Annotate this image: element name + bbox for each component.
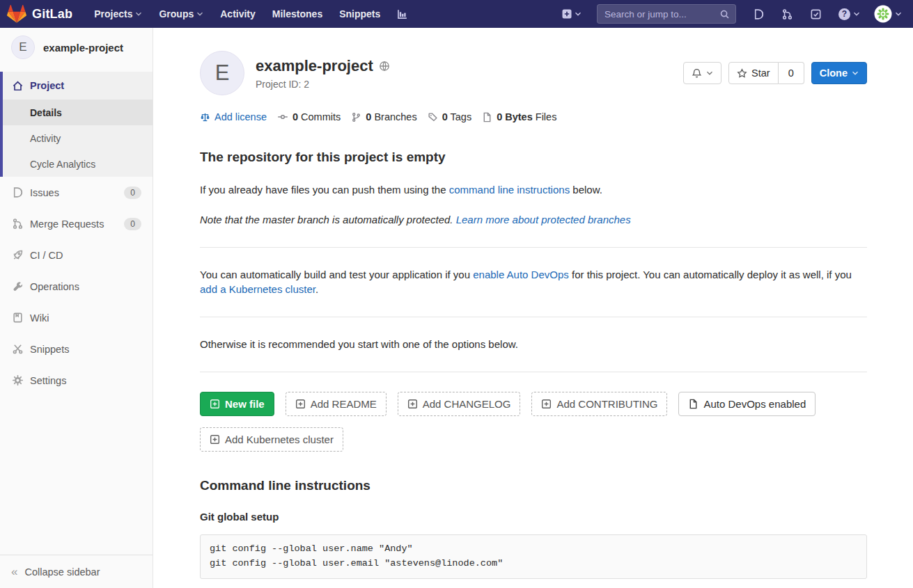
chevron-down-icon <box>196 12 203 17</box>
collapse-sidebar-button[interactable]: « Collapse sidebar <box>0 555 153 588</box>
sidebar-item-label: Project <box>30 80 64 91</box>
nav-groups[interactable]: Groups <box>151 0 211 28</box>
project-sidebar: E example-project Project Details Activi… <box>0 28 153 588</box>
add-changelog-button[interactable]: Add CHANGELOG <box>398 392 521 416</box>
sidebar-item-label: CI / CD <box>30 250 63 261</box>
collapse-sidebar-label: Collapse sidebar <box>24 566 100 578</box>
star-button[interactable]: Star <box>728 62 779 84</box>
auto-devops-text: You can automatically build and test you… <box>200 267 867 298</box>
issues-icon[interactable] <box>746 0 772 28</box>
protected-branches-link[interactable]: Learn more about protected branches <box>456 214 631 225</box>
plus-square-icon <box>407 399 418 409</box>
sidebar-item-details[interactable]: Details <box>3 100 153 125</box>
add-kubernetes-cluster-link[interactable]: add a Kubernetes cluster <box>200 283 315 295</box>
auto-devops-enabled-button[interactable]: Auto DevOps enabled <box>678 392 816 416</box>
project-avatar: E <box>200 51 244 95</box>
user-menu[interactable] <box>870 5 902 23</box>
search-input[interactable] <box>603 8 719 20</box>
todos-icon[interactable] <box>803 0 829 28</box>
project-title: example-project <box>256 57 373 75</box>
nav-activity[interactable]: Activity <box>212 0 263 28</box>
command-line-instructions-link[interactable]: command line instructions <box>449 184 570 196</box>
public-globe-icon <box>379 61 390 72</box>
sidebar-item-settings[interactable]: Settings <box>0 365 153 396</box>
add-readme-button[interactable]: Add README <box>286 392 387 416</box>
project-stats: Add license 0 Commits 0 Branches <box>200 111 867 122</box>
clone-button[interactable]: Clone <box>811 62 867 84</box>
nav-milestones[interactable]: Milestones <box>265 0 330 28</box>
star-count[interactable]: 0 <box>779 62 804 84</box>
sidebar-item-operations[interactable]: Operations <box>0 271 153 302</box>
sidebar-project-context[interactable]: E example-project <box>0 28 153 67</box>
chevron-down-icon <box>706 71 713 76</box>
search-icon <box>719 9 730 19</box>
help-menu[interactable]: ? <box>832 0 867 28</box>
sidebar-item-ci-cd[interactable]: CI / CD <box>0 239 153 271</box>
home-icon <box>11 79 24 92</box>
repo-actions-row-1: New file Add README Add CHANGELOG <box>200 392 867 416</box>
charts-icon[interactable] <box>389 0 415 28</box>
empty-repo-heading: The repository for this project is empty <box>200 150 867 165</box>
files-stat[interactable]: 0 Bytes Files <box>482 111 556 122</box>
enable-auto-devops-link[interactable]: enable Auto DevOps <box>473 269 569 280</box>
otherwise-text: Otherwise it is recommended you start wi… <box>200 337 867 352</box>
sidebar-item-activity[interactable]: Activity <box>3 125 153 151</box>
repo-actions-row-2: Add Kubernetes cluster <box>200 427 867 452</box>
divider <box>200 247 867 248</box>
add-kubernetes-cluster-button[interactable]: Add Kubernetes cluster <box>200 427 343 452</box>
new-file-button[interactable]: New file <box>200 392 274 416</box>
chevron-down-icon <box>853 12 860 17</box>
divider <box>200 372 867 372</box>
sidebar-item-merge-requests[interactable]: Merge Requests 0 <box>0 208 153 239</box>
cli-heading: Command line instructions <box>200 478 867 493</box>
issues-count-badge: 0 <box>124 186 141 199</box>
git-global-setup-heading: Git global setup <box>200 511 867 523</box>
angle-double-left-icon: « <box>11 566 17 578</box>
chevron-down-icon <box>852 71 859 76</box>
issues-icon <box>11 186 24 199</box>
nav-projects[interactable]: Projects <box>86 0 150 28</box>
commits-stat[interactable]: 0 Commits <box>277 111 341 122</box>
gitlab-logo[interactable]: GitLab <box>7 4 72 24</box>
plus-square-icon <box>295 399 306 409</box>
sidebar-item-issues[interactable]: Issues 0 <box>0 177 153 208</box>
nav-snippets[interactable]: Snippets <box>331 0 388 28</box>
git-global-setup-code: git config --global user.name "Andy" git… <box>200 534 867 579</box>
notifications-button[interactable] <box>683 62 721 84</box>
plus-square-icon <box>561 8 572 19</box>
sidebar-item-project[interactable]: Project <box>3 72 153 100</box>
add-contributing-button[interactable]: Add CONTRIBUTING <box>531 392 667 416</box>
project-avatar-small: E <box>11 35 35 59</box>
sidebar-item-label: Operations <box>30 281 79 292</box>
branches-stat[interactable]: 0 Branches <box>351 111 416 122</box>
chevron-down-icon <box>135 12 142 17</box>
plus-square-icon <box>210 434 220 445</box>
file-icon <box>688 399 699 409</box>
protected-branch-note: Note that the master branch is automatic… <box>200 212 867 228</box>
sidebar-section-project: Project Details Activity Cycle Analytics <box>0 72 153 177</box>
sidebar-project-name: example-project <box>43 42 123 54</box>
sidebar-item-cycle-analytics[interactable]: Cycle Analytics <box>3 151 153 177</box>
sidebar-item-label: Snippets <box>30 344 69 355</box>
merge-request-icon[interactable] <box>774 0 800 28</box>
sidebar-item-wiki[interactable]: Wiki <box>0 302 153 333</box>
plus-square-icon <box>541 399 552 409</box>
push-instructions-text: If you already have files you can push t… <box>200 182 867 198</box>
project-header: E example-project Project ID: 2 <box>200 51 867 95</box>
project-id: Project ID: 2 <box>256 79 390 90</box>
chevron-down-icon <box>895 12 902 17</box>
add-license-link[interactable]: Add license <box>200 111 267 122</box>
help-icon: ? <box>838 8 850 20</box>
merge-request-icon <box>11 218 24 230</box>
scale-icon <box>200 112 210 122</box>
tags-stat[interactable]: 0 Tags <box>428 111 472 122</box>
sidebar-item-label: Settings <box>30 375 66 386</box>
file-icon <box>482 112 492 122</box>
new-menu-button[interactable] <box>556 8 587 19</box>
rocket-icon <box>11 249 24 262</box>
sidebar-item-label: Wiki <box>30 312 49 324</box>
branch-icon <box>351 112 361 122</box>
sidebar-item-snippets[interactable]: Snippets <box>0 333 153 365</box>
commit-icon <box>277 111 288 122</box>
gitlab-logo-text: GitLab <box>32 7 72 22</box>
